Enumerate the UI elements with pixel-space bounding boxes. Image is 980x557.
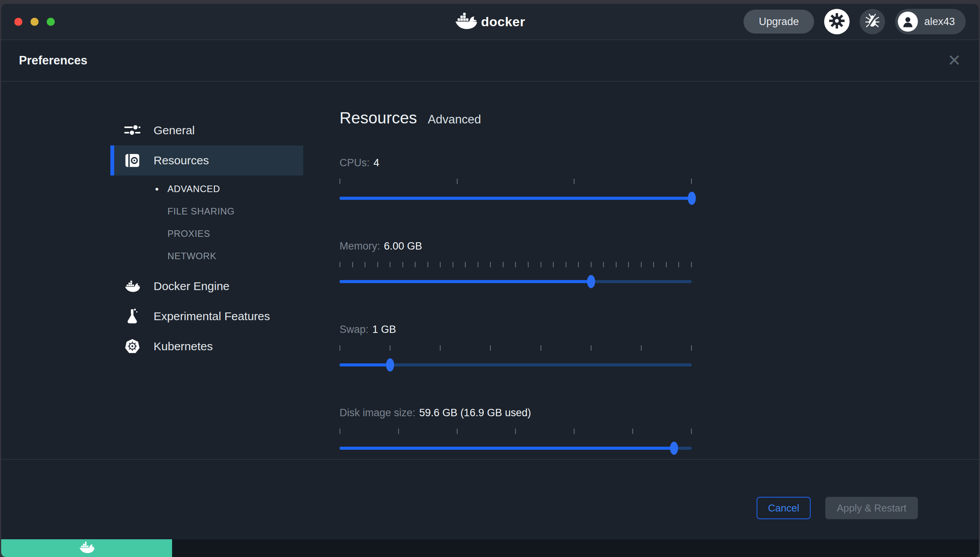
- tick-mark: [691, 179, 692, 184]
- apply-restart-button[interactable]: Apply & Restart: [825, 497, 918, 519]
- tick-mark: [340, 262, 340, 267]
- tick-mark: [666, 262, 667, 267]
- sidebar-item-label: Kubernetes: [154, 340, 213, 353]
- tick-mark: [641, 262, 642, 267]
- tick-mark: [427, 262, 428, 267]
- docker-logo: docker: [455, 12, 525, 31]
- tick-mark: [340, 429, 340, 434]
- tick-mark: [616, 262, 617, 267]
- memory-slider-group: Memory: 6.00 GB: [340, 240, 692, 283]
- tick-mark: [478, 262, 478, 267]
- tick-mark: [641, 345, 642, 351]
- docker-whale-icon: [455, 12, 477, 31]
- docker-wordmark: docker: [481, 14, 525, 29]
- tick-row: [340, 179, 692, 184]
- tick-mark: [340, 345, 340, 351]
- window-minimize-button[interactable]: [30, 18, 39, 26]
- swap-slider[interactable]: [340, 363, 692, 366]
- slider-handle[interactable]: [670, 442, 678, 455]
- tick-mark: [398, 429, 399, 434]
- tick-mark: [574, 179, 574, 184]
- tick-mark: [390, 262, 390, 267]
- tick-mark: [578, 262, 579, 267]
- tick-mark: [457, 429, 458, 434]
- sidebar-item-label: General: [154, 124, 195, 137]
- slider-handle[interactable]: [688, 192, 696, 205]
- debug-bug-button[interactable]: [860, 9, 885, 34]
- sidebar-item-label: Docker Engine: [154, 280, 230, 293]
- tick-mark: [541, 262, 541, 267]
- progress-bar: [1, 539, 172, 557]
- sidebar-item-resources[interactable]: Resources: [110, 145, 303, 176]
- tick-mark: [566, 262, 566, 267]
- docker-preferences-window: docker Upgrade: [1, 4, 979, 557]
- tick-mark: [453, 262, 453, 267]
- tick-mark: [503, 262, 504, 267]
- screen: docker Upgrade: [0, 0, 980, 557]
- cancel-button[interactable]: Cancel: [757, 497, 811, 519]
- account-button[interactable]: alex43: [895, 9, 966, 34]
- tick-mark: [591, 345, 591, 351]
- slider-fill: [340, 197, 692, 200]
- settings-gear-button[interactable]: [824, 9, 850, 34]
- tick-mark: [541, 345, 541, 351]
- status-bar: [1, 539, 979, 557]
- gear-icon: [829, 13, 845, 30]
- cpus-label: CPUs:: [340, 157, 370, 169]
- whale-icon: [123, 280, 141, 292]
- swap-slider-group: Swap: 1 GB: [340, 323, 692, 366]
- window-zoom-button[interactable]: [47, 18, 55, 26]
- tick-mark: [515, 429, 516, 434]
- settings-sidebar: General Resources: [1, 82, 303, 459]
- cpus-value: 4: [373, 157, 379, 169]
- preferences-body: General Resources: [1, 82, 979, 459]
- memory-label: Memory:: [340, 240, 380, 252]
- sidebar-item-kubernetes[interactable]: Kubernetes: [110, 331, 303, 361]
- sidebar-item-experimental-features[interactable]: Experimental Features: [110, 301, 303, 331]
- tick-mark: [490, 345, 491, 351]
- sidebar-item-docker-engine[interactable]: Docker Engine: [110, 271, 303, 301]
- subnav-item-file-sharing[interactable]: FILE SHARING: [110, 200, 303, 223]
- disk-icon: [123, 152, 141, 169]
- tick-mark: [365, 262, 365, 267]
- disk-slider[interactable]: [340, 447, 692, 450]
- resources-panel: Resources Advanced CPUs: 4: [340, 82, 692, 459]
- tick-mark: [653, 262, 654, 267]
- macos-traffic-lights: [14, 18, 55, 26]
- tick-mark: [377, 262, 378, 267]
- slider-fill: [340, 363, 390, 366]
- tick-mark: [415, 262, 416, 267]
- tick-row: [340, 262, 692, 267]
- close-icon[interactable]: ✕: [948, 52, 961, 69]
- slider-handle[interactable]: [386, 358, 394, 371]
- tick-mark: [440, 345, 441, 351]
- tick-mark: [457, 179, 458, 184]
- tick-row: [340, 345, 692, 351]
- tick-mark: [691, 345, 692, 351]
- page-title: Preferences: [19, 54, 88, 68]
- subnav-item-network[interactable]: NETWORK: [110, 245, 303, 267]
- resources-subnav: • ADVANCED FILE SHARING PROXIES NETWORK: [110, 178, 303, 267]
- bug-icon: [865, 13, 880, 30]
- tick-mark: [632, 429, 633, 434]
- window-close-button[interactable]: [14, 18, 22, 26]
- tick-mark: [553, 262, 554, 267]
- section-title: Resources: [340, 109, 417, 127]
- upgrade-button[interactable]: Upgrade: [743, 10, 814, 34]
- dialog-footer: Cancel Apply & Restart: [1, 459, 979, 539]
- cpus-slider[interactable]: [340, 197, 692, 200]
- sidebar-item-general[interactable]: General: [110, 115, 303, 145]
- subnav-item-advanced[interactable]: • ADVANCED: [110, 178, 303, 200]
- tick-mark: [691, 262, 692, 267]
- tick-mark: [528, 262, 529, 267]
- flask-icon: [123, 308, 141, 324]
- app-top-bar: docker Upgrade: [1, 4, 979, 39]
- subnav-item-proxies[interactable]: PROXIES: [110, 223, 303, 245]
- tick-mark: [390, 345, 390, 351]
- sliders-icon: [123, 124, 141, 137]
- user-avatar-icon: [898, 12, 918, 32]
- subnav-label: FILE SHARING: [167, 206, 235, 217]
- memory-slider[interactable]: [340, 280, 692, 283]
- memory-value: 6.00 GB: [384, 240, 422, 252]
- slider-handle[interactable]: [587, 275, 595, 288]
